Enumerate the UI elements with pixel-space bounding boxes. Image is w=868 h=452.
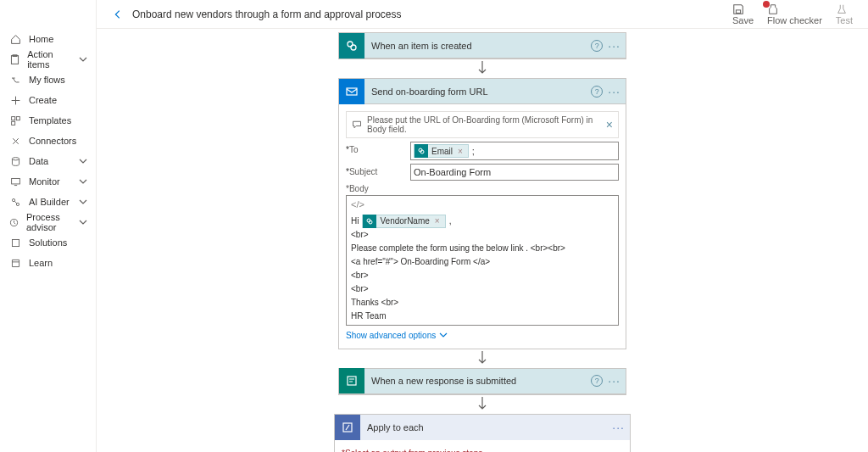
sidebar: Home Action items My flows Create Templa…: [0, 0, 97, 29]
save-label: Save: [732, 15, 754, 25]
svg-rect-11: [736, 9, 740, 13]
back-arrow-icon[interactable]: [112, 8, 124, 20]
flow-checker-button[interactable]: Flow checker: [767, 3, 822, 25]
test-label: Test: [836, 15, 853, 25]
flow-checker-label: Flow checker: [767, 15, 822, 25]
flow-title: Onboard new vendors through a form and a…: [132, 8, 402, 20]
save-button[interactable]: Save: [732, 3, 754, 25]
test-button[interactable]: Test: [836, 3, 853, 25]
error-badge-dot: [763, 1, 770, 8]
